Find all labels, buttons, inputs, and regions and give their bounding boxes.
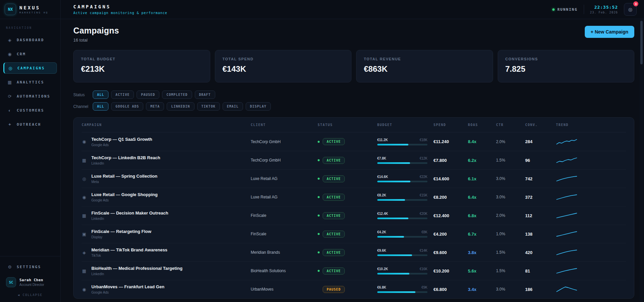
roas-value: 8.4x [468,139,496,144]
filter-chip-google-ads[interactable]: GOOGLE ADS [111,102,143,111]
sidebar-item-crm[interactable]: ◉ CRM [3,48,57,60]
stat-value: €213K [81,64,203,74]
scrollbar-thumb[interactable] [640,21,643,64]
filter-chip-active[interactable]: ACTIVE [111,90,134,99]
collapse-button[interactable]: ◀ COLLAPSE [3,291,57,299]
client-name: TechCorp GmbH [251,158,318,163]
table-row[interactable]: ◎ Luxe Retail — Spring Collection Meta L… [82,169,626,188]
table-row[interactable]: ▦ BioHealth — Medical Professional Targe… [82,261,626,280]
filter-chip-linkedin[interactable]: LINKEDIN [167,102,194,111]
roas-value: 6.7x [468,232,496,237]
sidebar-item-customers[interactable]: ◐ CUSTOMERS [3,105,57,116]
stat-label: TOTAL BUDGET [81,57,203,61]
topbar-subtitle: Active campaign monitoring & performance [73,11,167,15]
sidebar-item-campaigns[interactable]: ◎ CAMPAIGNS [3,62,57,74]
table-row[interactable]: ◉ TechCorp — Q1 SaaS Growth Google Ads T… [82,132,626,151]
ctr-value: 2.0% [496,139,525,144]
campaign-channel: Meta [91,180,157,184]
status-dot [318,270,320,272]
settings-label: SETTINGS [17,265,41,269]
user-card[interactable]: SC Sarah Chen Account Director [3,276,57,291]
budget-progress-track [377,254,427,256]
stat-card-total-spend: TOTAL SPEND €143K [215,50,352,82]
stat-value: €863K [364,64,485,74]
status-badge: ACTIVE [323,194,345,201]
campaign-name: UrbanMoves — Frankfurt Lead Gen [91,284,164,289]
campaign-channel: Display [91,235,151,239]
campaigns-icon: ◎ [8,66,13,71]
linkedin-icon: ▦ [82,158,87,163]
filter-chip-all[interactable]: ALL [93,102,108,111]
table-row[interactable]: ◈ Meridian — TikTok Brand Awareness TikT… [82,243,626,261]
budget-progress-track [377,218,427,219]
filter-chip-email[interactable]: EMAIL [223,102,243,111]
sidebar-item-outreach[interactable]: ✦ OUTREACH [3,119,57,130]
table-row[interactable]: ▣ FinScale — Retargeting Flow Display Fi… [82,225,626,243]
sidebar-item-automations[interactable]: ⟳ AUTOMATIONS [3,90,57,102]
status-badge: ACTIVE [323,212,345,219]
trend-sparkline [556,249,577,256]
status-dot [318,215,320,217]
sidebar-nav: NAVIGATION ◈ DASHBOARD◉ CRM◎ CAMPAIGNS▦ … [0,19,60,256]
table-row[interactable]: ◉ Luxe Retail — Google Shopping Google A… [82,188,626,206]
sidebar-bottom: ⚙ SETTINGS SC Sarah Chen Account Directo… [0,256,60,302]
display-icon: ▣ [82,232,87,237]
roas-value: 6.4x [468,195,496,200]
stat-value: €143K [223,64,344,74]
roas-value: 6.1x [468,176,496,181]
budget-progress-track [377,273,427,275]
client-name: Luxe Retail AG [251,195,318,199]
scrollbar[interactable] [640,19,643,302]
new-campaign-button[interactable]: + New Campaign [585,26,634,38]
stat-value: 7.825 [505,64,627,74]
status-filter-label: Status [73,93,89,97]
google-ads-icon: ◉ [82,139,87,144]
table-row[interactable]: ▦ TechCorp — LinkedIn B2B Reach LinkedIn… [82,151,626,169]
status-badge: ACTIVE [323,267,345,275]
content: Campaigns 16 total + New Campaign TOTAL … [61,19,644,302]
campaign-name: Luxe Retail — Google Shopping [91,192,158,197]
campaign-name: TechCorp — Q1 SaaS Growth [91,137,152,142]
sidebar-item-label: CRM [17,52,26,56]
filter-chip-display[interactable]: DISPLAY [246,102,271,111]
sidebar-item-label: DASHBOARD [17,38,44,42]
campaign-name: FinScale — Retargeting Flow [91,229,151,234]
budget-progress-fill [377,144,408,145]
budget-progress-fill [377,273,409,275]
sidebar-item-label: CUSTOMERS [17,108,44,113]
column-header-roas: ROAS [468,123,496,127]
ctr-value: 3.0% [496,176,525,181]
trend-sparkline [556,193,577,201]
customers-icon: ◐ [7,108,12,113]
status-dot [318,251,320,253]
budget-total: €22K [420,175,427,179]
stat-card-total-revenue: TOTAL REVENUE €863K [356,50,493,82]
linkedin-icon: ▦ [82,268,87,274]
table-row[interactable]: ▦ FinScale — Decision Maker Outreach Lin… [82,206,626,225]
sidebar-item-analytics[interactable]: ▦ ANALYTICS [3,76,57,88]
sidebar-item-settings[interactable]: ⚙ SETTINGS [3,261,57,273]
stat-label: TOTAL SPEND [223,57,344,61]
page-title: Campaigns [73,26,119,36]
running-status-label: RUNNING [557,7,577,12]
notifications-button[interactable]: ◎ 3 [624,3,637,16]
campaign-name: BioHealth — Medical Professional Targeti… [91,266,182,271]
sidebar-item-dashboard[interactable]: ◈ DASHBOARD [3,34,57,46]
notification-badge: 3 [633,1,638,6]
budget-spent: €7.8K [377,157,386,160]
tiktok-icon: ◈ [82,250,87,255]
filter-chip-meta[interactable]: META [146,102,164,111]
brand-logo: NX [5,4,16,15]
filter-chip-completed[interactable]: COMPLETED [162,90,192,99]
filters: Status ALLACTIVEPAUSEDCOMPLETEDDRAFT Cha… [73,90,634,111]
filter-chip-paused[interactable]: PAUSED [137,90,159,99]
budget-total: €8K [421,230,427,234]
table-row[interactable]: ◉ UrbanMoves — Frankfurt Lead Gen Google… [82,280,626,298]
roas-value: 5.6x [468,268,496,274]
trend-sparkline [556,267,577,275]
filter-chip-all[interactable]: ALL [93,90,108,99]
budget-progress-fill [377,254,412,256]
budget-progress-fill [377,236,404,238]
filter-chip-draft[interactable]: DRAFT [195,90,215,99]
filter-chip-tiktok[interactable]: TIKTOK [197,102,220,111]
